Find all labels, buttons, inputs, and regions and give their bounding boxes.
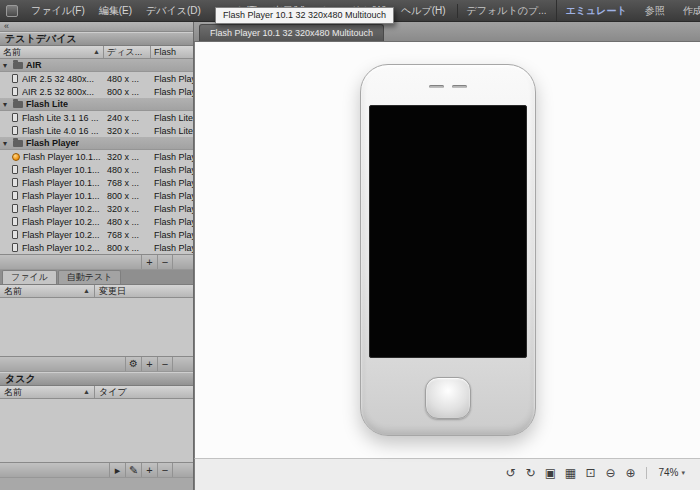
folder-icon: [13, 140, 23, 147]
device-name: Flash Player 10.2...: [22, 204, 100, 214]
tasks-list[interactable]: [0, 399, 193, 462]
group-label: Flash Lite: [26, 99, 68, 109]
device-row[interactable]: Flash Lite 4.0 16 ...320 x ...Flash Lite: [0, 124, 193, 137]
device-name: Flash Player 10.2...: [22, 217, 100, 227]
mode-emulate[interactable]: エミュレート: [557, 0, 636, 21]
menu-item[interactable]: デバイス(D): [139, 0, 208, 21]
device-name: Flash Player 10.2...: [22, 243, 100, 253]
device-mockup: [360, 64, 536, 436]
device-display-size: 240 x ...: [104, 113, 151, 123]
files-panel-footer: ⚙ + −: [0, 356, 193, 372]
device-name: Flash Lite 3.1 16 ...: [22, 113, 99, 123]
device-flash-version: Flash Lite: [151, 113, 193, 123]
actual-size-icon[interactable]: ⊡: [582, 466, 598, 480]
device-display-size: 480 x ...: [104, 165, 151, 175]
device-name: Flash Player 10.1...: [22, 191, 100, 201]
menu-item[interactable]: ファイル(F): [24, 0, 92, 21]
workspace-selector[interactable]: デフォルトのプ...: [457, 4, 556, 18]
add-file-button[interactable]: +: [141, 357, 157, 371]
group-label: Flash Player: [26, 138, 79, 148]
device-group-row[interactable]: ▾Flash Lite: [0, 98, 193, 111]
device-name: AIR 2.5 32 480x...: [22, 74, 94, 84]
edit-task-button[interactable]: ✎: [125, 463, 141, 477]
files-settings-button[interactable]: ⚙: [125, 357, 141, 371]
snapshot-icon[interactable]: ▣: [542, 466, 558, 480]
device-row[interactable]: AIR 2.5 32 800x...800 x ...Flash Play: [0, 85, 193, 98]
menu-item[interactable]: 編集(E): [92, 0, 139, 21]
device-row[interactable]: Flash Player 10.1...800 x ...Flash Play: [0, 189, 193, 202]
zoom-out-icon[interactable]: ⊖: [602, 466, 618, 480]
menu-item[interactable]: ヘルプ(H): [394, 0, 453, 21]
column-name[interactable]: 名前 ▲: [0, 386, 95, 398]
emulator-canvas: [194, 42, 700, 458]
expand-arrow-icon[interactable]: ▾: [3, 100, 12, 109]
rotate-left-icon[interactable]: ↺: [502, 466, 518, 480]
tab-files[interactable]: ファイル: [2, 270, 57, 284]
sort-asc-icon: ▲: [83, 285, 90, 297]
remove-task-button[interactable]: −: [157, 463, 173, 477]
device-group-row[interactable]: ▾Flash Player: [0, 137, 193, 150]
rotate-right-icon[interactable]: ↻: [522, 466, 538, 480]
device-row[interactable]: Flash Player 10.2...768 x ...Flash Play: [0, 228, 193, 241]
column-name[interactable]: 名前 ▲: [0, 285, 95, 297]
zoom-in-icon[interactable]: ⊕: [622, 466, 638, 480]
remove-device-button[interactable]: −: [157, 255, 173, 269]
devices-panel-footer: + −: [0, 254, 193, 270]
device-document-tab[interactable]: Flash Player 10.1 32 320x480 Multitouch: [199, 24, 384, 41]
device-icon: [12, 178, 18, 187]
column-flash[interactable]: Flash: [151, 46, 193, 58]
device-name: Flash Player 10.1...: [22, 165, 100, 175]
column-modified[interactable]: 変更日: [95, 285, 193, 297]
device-icon: [12, 230, 18, 239]
device-display-size: 320 x ...: [104, 204, 151, 214]
device-screen[interactable]: [369, 105, 527, 358]
add-task-button[interactable]: +: [141, 463, 157, 477]
device-row[interactable]: Flash Player 10.1...768 x ...Flash Play: [0, 176, 193, 189]
device-row[interactable]: Flash Player 10.2...480 x ...Flash Play: [0, 215, 193, 228]
device-icon: [12, 191, 18, 200]
tasks-column-header: 名前 ▲ タイプ: [0, 386, 193, 399]
app-icon[interactable]: [6, 5, 18, 17]
device-row[interactable]: Flash Player 10.2...800 x ...Flash Play: [0, 241, 193, 254]
add-device-button[interactable]: +: [141, 255, 157, 269]
device-display-size: 800 x ...: [104, 191, 151, 201]
mode-browse[interactable]: 参照: [636, 0, 674, 21]
device-row[interactable]: AIR 2.5 32 480x...480 x ...Flash Play: [0, 72, 193, 85]
column-name[interactable]: 名前 ▲: [0, 46, 104, 58]
zoom-level-value: 74%: [658, 467, 678, 478]
zoom-level-dropdown[interactable]: 74% ▾: [655, 466, 688, 479]
files-list[interactable]: [0, 298, 193, 356]
device-icon: [12, 217, 18, 226]
device-home-button[interactable]: [425, 377, 471, 419]
run-task-button[interactable]: ▸: [109, 463, 125, 477]
status-bar: ↺↻▣▦⊡⊖⊕ 74% ▾: [194, 458, 700, 490]
column-display[interactable]: ディス...: [104, 46, 151, 58]
column-name-label: 名前: [4, 285, 22, 297]
device-row[interactable]: Flash Player 10.1...320 x ...Flash Play: [0, 150, 193, 163]
device-display-size: 768 x ...: [104, 230, 151, 240]
folder-icon: [13, 101, 23, 108]
device-display-size: 768 x ...: [104, 178, 151, 188]
device-display-size: 320 x ...: [104, 152, 151, 162]
remove-file-button[interactable]: −: [157, 357, 173, 371]
device-row[interactable]: Flash Lite 3.1 16 ...240 x ...Flash Lite: [0, 111, 193, 124]
column-type[interactable]: タイプ: [95, 386, 193, 398]
sort-asc-icon: ▲: [93, 46, 100, 58]
fit-window-icon[interactable]: ▦: [562, 466, 578, 480]
device-speaker: [361, 85, 535, 88]
device-icon: [12, 243, 18, 252]
sort-asc-icon: ▲: [83, 386, 90, 398]
expand-arrow-icon[interactable]: ▾: [3, 139, 12, 148]
collapse-panel-button[interactable]: «: [4, 21, 9, 31]
tab-autotest[interactable]: 自動テスト: [58, 270, 122, 284]
device-row[interactable]: Flash Player 10.1...480 x ...Flash Play: [0, 163, 193, 176]
device-flash-version: Flash Play: [151, 230, 193, 240]
mode-create[interactable]: 作成: [674, 0, 700, 21]
device-icon: [12, 87, 18, 96]
device-name: Flash Player 10.1...: [23, 152, 101, 162]
expand-arrow-icon[interactable]: ▾: [3, 61, 12, 70]
document-tab-bar: Flash Player 10.1 32 320x480 Multitouch: [194, 22, 700, 42]
device-group-row[interactable]: ▾AIR: [0, 59, 193, 72]
device-row[interactable]: Flash Player 10.2...320 x ...Flash Play: [0, 202, 193, 215]
device-flash-version: Flash Play: [151, 217, 193, 227]
